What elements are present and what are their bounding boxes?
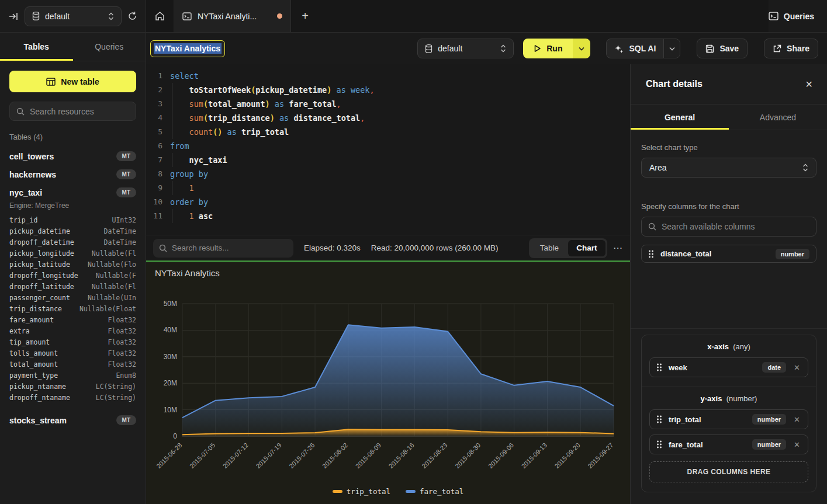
code-line-6: 6from	[146, 139, 630, 153]
rp-tab-general[interactable]: General	[631, 105, 729, 130]
sidebar-tabs: TablesQueries	[0, 33, 146, 61]
chart-details-title: Chart details	[646, 79, 703, 89]
drag-handle-icon[interactable]	[656, 440, 662, 449]
remove-column-icon[interactable]: ✕	[793, 415, 801, 424]
columns-search[interactable]	[641, 217, 816, 237]
drag-handle-icon[interactable]	[656, 363, 662, 371]
new-table-button[interactable]: New table	[9, 71, 136, 92]
line-number: 2	[146, 83, 162, 97]
queries-button[interactable]: Queries	[769, 12, 814, 21]
chip-type-badge: number	[752, 414, 786, 425]
toolbar-database-selector[interactable]: default	[417, 39, 514, 58]
results-search[interactable]	[153, 239, 293, 258]
results-search-input[interactable]	[172, 244, 288, 252]
drag-handle-icon[interactable]	[648, 250, 654, 258]
column-chip-week[interactable]: weekdate✕	[649, 357, 808, 377]
column-type: Nullable(Float	[79, 305, 136, 313]
code-line-3: 3 sum(total_amount) as fare_total,	[146, 97, 630, 111]
collapse-sidebar-icon[interactable]	[8, 11, 19, 22]
sql-ai-button[interactable]: SQL AI	[607, 44, 663, 53]
code-line-7: 7 nyc_taxi	[146, 153, 630, 167]
chart-type-label: Select chart type	[641, 143, 816, 152]
drag-columns-dropzone[interactable]: DRAG COLUMNS HERE	[649, 461, 808, 482]
view-toggle-table[interactable]: Table	[531, 240, 568, 256]
unsaved-dot	[277, 13, 282, 19]
run-button[interactable]: Run	[523, 39, 573, 58]
column-name: trip_id	[9, 216, 37, 224]
chart-type-select[interactable]: Area	[641, 158, 816, 178]
view-toggle-chart[interactable]: Chart	[568, 240, 605, 256]
code-line-10: 10order by	[146, 195, 630, 209]
queries-icon	[769, 12, 778, 20]
column-row: tip_amountFloat32	[0, 336, 146, 347]
column-name: total_amount	[9, 360, 58, 369]
svg-text:2015-07-05: 2015-07-05	[188, 442, 216, 470]
table-name: stocks_stream	[9, 416, 67, 425]
column-row: trip_idUInt32	[0, 214, 146, 225]
column-type: Nullable(Fl	[92, 283, 136, 291]
table-item-hackernews[interactable]: hackernewsMT	[0, 165, 146, 183]
svg-text:0: 0	[173, 432, 177, 440]
column-chip-fare_total[interactable]: fare_totalnumber✕	[649, 435, 808, 454]
save-button[interactable]: Save	[697, 39, 748, 58]
query-title-value: NYTaxi Analytics	[154, 43, 222, 54]
column-chip-trip_total[interactable]: trip_totalnumber✕	[649, 409, 808, 429]
drag-handle-icon[interactable]	[656, 415, 662, 423]
column-name: dropoff_latitude	[9, 283, 74, 291]
more-options-button[interactable]: ⋯	[613, 242, 623, 253]
x-axis-section: x-axis (any) weekdate✕	[642, 335, 816, 387]
rp-tab-advanced[interactable]: Advanced	[729, 105, 827, 130]
column-chip-distance_total[interactable]: distance_totalnumber	[641, 245, 816, 263]
legend-item-fare_total[interactable]: fare_total	[406, 487, 463, 496]
share-button[interactable]: Share	[764, 39, 818, 58]
sql-ai-options-button[interactable]	[663, 39, 680, 58]
query-title-input[interactable]: NYTaxi Analytics	[150, 40, 225, 57]
results-bar: Elapsed: 0.320s Read: 20,000,000 rows (2…	[146, 235, 630, 260]
table-name: nyc_taxi	[9, 188, 42, 197]
column-row: payment_typeEnum8	[0, 370, 146, 381]
chevron-down-icon	[669, 47, 675, 51]
column-name: pickup_longitude	[9, 249, 74, 258]
chevron-updown-icon	[108, 12, 114, 20]
new-tab-button[interactable]: +	[291, 0, 319, 32]
table-item-nyc_taxi[interactable]: nyc_taxiMT	[0, 183, 146, 201]
table-item-stocks_stream[interactable]: stocks_streamMT	[0, 411, 146, 429]
table-item-cell_towers[interactable]: cell_towersMT	[0, 147, 146, 165]
sidebar-search[interactable]	[9, 102, 136, 121]
svg-text:2015-08-02: 2015-08-02	[321, 442, 349, 470]
column-type: Nullable(Flo	[88, 260, 136, 269]
column-name: fare_amount	[9, 316, 54, 324]
code-text: from	[170, 139, 189, 153]
run-options-button[interactable]	[573, 39, 590, 58]
engine-line: Engine: MergeTree	[0, 201, 146, 214]
area-chart[interactable]: 010M20M30M40M50M2015-06-282015-07-052015…	[146, 278, 630, 471]
code-line-1: 1select	[146, 69, 630, 83]
close-icon[interactable]: ✕	[805, 79, 813, 90]
column-row: tolls_amountFloat32	[0, 347, 146, 359]
database-selector[interactable]: default	[25, 6, 122, 26]
divider	[631, 328, 827, 329]
code-line-4: 4 sum(trip_distance) as distance_total,	[146, 111, 630, 125]
legend-swatch	[333, 490, 342, 493]
chart-details-tabs: GeneralAdvanced	[631, 105, 827, 130]
svg-text:2015-09-20: 2015-09-20	[553, 442, 581, 470]
tab-nytaxi-analytics[interactable]: NYTaxi Analyti...	[174, 0, 291, 32]
remove-column-icon[interactable]: ✕	[793, 363, 801, 372]
column-row: fare_amountFloat32	[0, 314, 146, 325]
home-tab[interactable]	[146, 0, 174, 32]
sql-editor[interactable]: 1select2 toStartOfWeek(pickup_datetime) …	[146, 64, 630, 235]
refresh-icon[interactable]	[127, 11, 137, 21]
tab-label: NYTaxi Analyti...	[198, 12, 257, 21]
chart-type-value: Area	[649, 163, 667, 172]
column-row: dropoff_datetimeDateTime	[0, 237, 146, 248]
save-button-label: Save	[719, 44, 739, 53]
side-tab-tables[interactable]: Tables	[0, 33, 73, 61]
chip-name: week	[669, 363, 756, 372]
column-row: passenger_countNullable(UIn	[0, 292, 146, 303]
remove-column-icon[interactable]: ✕	[793, 440, 801, 449]
sidebar-search-input[interactable]	[30, 107, 129, 116]
column-name: trip_distance	[9, 305, 62, 313]
side-tab-queries[interactable]: Queries	[73, 33, 146, 61]
columns-search-input[interactable]	[662, 222, 809, 231]
legend-item-trip_total[interactable]: trip_total	[333, 487, 390, 496]
